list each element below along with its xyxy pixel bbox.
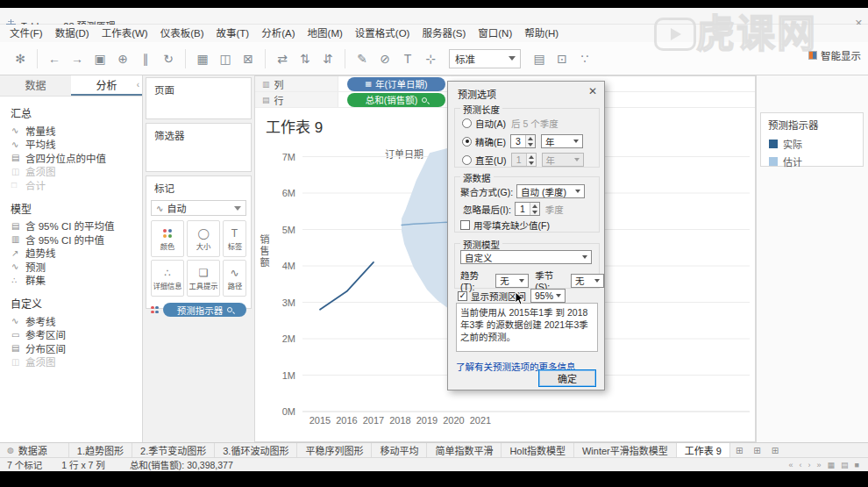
tableau-logo-icon[interactable]: ✻ xyxy=(9,48,32,69)
analytics-item-预测[interactable]: ∿预测 xyxy=(0,260,142,274)
columns-pill-year-order-date[interactable]: ▦ 年(订单日期) xyxy=(347,77,445,91)
analytics-item-含 95% CI 的中值[interactable]: ▥含 95% CI 的中值 xyxy=(0,233,142,247)
pane-tab-分析[interactable]: 分析 xyxy=(71,75,142,96)
sheet-tab-移动平均[interactable]: 移动平均 xyxy=(372,443,427,457)
duplicate-sheet-icon[interactable]: ◫ xyxy=(214,48,237,69)
show-labels-icon[interactable]: T xyxy=(396,48,419,69)
menu-故事(T)[interactable]: 故事(T) xyxy=(210,25,256,42)
menu-帮助(H)[interactable]: 帮助(H) xyxy=(518,25,565,42)
color-button[interactable]: 颜色 xyxy=(151,220,184,257)
menu-分析(A)[interactable]: 分析(A) xyxy=(255,25,301,42)
filters-shelf[interactable]: 筛选器 xyxy=(146,123,252,172)
next-sheet-icon[interactable]: › xyxy=(808,461,811,469)
analytics-item-群集[interactable]: ∴群集 xyxy=(0,274,142,288)
sheet-tab-简单指数平滑[interactable]: 简单指数平滑 xyxy=(427,443,502,457)
exact-unit-dropdown[interactable]: 年 xyxy=(541,134,583,148)
fit-dropdown[interactable]: 标准 xyxy=(449,49,521,68)
new-worksheet-icon[interactable]: ▦ xyxy=(191,48,214,69)
pages-shelf[interactable]: 页面 xyxy=(146,77,252,119)
sheet-tab-1.趋势图形[interactable]: 1.趋势图形 xyxy=(68,443,132,457)
save-icon[interactable]: ▣ xyxy=(89,48,111,69)
sheet-tab-工作表 9[interactable]: 工作表 9 xyxy=(677,443,730,457)
fill-zero-checkbox-row[interactable]: 用零填充缺少值(F) xyxy=(460,218,550,232)
forecast-indicator-pill[interactable]: 预测指示器 xyxy=(163,303,246,317)
pane-tab-数据[interactable]: 数据 xyxy=(0,75,71,96)
group-members-icon[interactable]: ⊘ xyxy=(374,48,396,69)
refresh-icon[interactable]: ↻ xyxy=(157,48,180,69)
checkbox-icon[interactable] xyxy=(460,220,470,230)
clear-sheet-icon[interactable]: ⊠ xyxy=(237,48,260,69)
analytics-item-参考区间[interactable]: ▭参考区间 xyxy=(0,328,142,342)
prev-sheet-icon[interactable]: ‹ xyxy=(800,461,802,469)
prediction-interval-row[interactable]: 显示预测区间 95% xyxy=(458,289,566,303)
radio-icon[interactable] xyxy=(462,137,472,147)
legend-item-估计[interactable]: 估计 xyxy=(761,153,863,170)
checkbox-icon[interactable] xyxy=(458,291,467,301)
menu-服务器(S)[interactable]: 服务器(S) xyxy=(416,25,472,42)
swap-rows-columns-icon[interactable]: ⇄ xyxy=(271,48,294,69)
highlight-icon[interactable]: ✎ xyxy=(351,48,374,69)
menu-数据(D)[interactable]: 数据(D) xyxy=(49,25,96,42)
mark-type-dropdown[interactable]: ∿ 自动 xyxy=(151,200,246,216)
analytics-item-含 95% CI 的平均值[interactable]: ▤含 95% CI 的平均值 xyxy=(0,219,142,233)
analytics-item-常量线[interactable]: ∿常量线 xyxy=(0,124,142,138)
sheet-tab-3.循环波动图形[interactable]: 3.循环波动图形 xyxy=(215,443,297,457)
forecast-indicator-legend[interactable]: 预测指示器 实际估计 xyxy=(760,112,864,167)
menu-文件(F)[interactable]: 文件(F) xyxy=(4,25,49,42)
analytics-item-参考线[interactable]: ∿参考线 xyxy=(0,314,142,328)
trend-dropdown[interactable]: 无 xyxy=(495,274,529,288)
menu-仪表板(B)[interactable]: 仪表板(B) xyxy=(154,25,210,42)
analytics-item-分布区间[interactable]: ▤分布区间 xyxy=(0,341,142,355)
pause-updates-icon[interactable]: ∥ xyxy=(134,48,157,69)
new-dashboard-icon[interactable]: ⊞ xyxy=(748,443,765,457)
analytics-item-平均线[interactable]: ∿平均线 xyxy=(0,138,142,152)
sheet-tab-Winter平滑指数模型[interactable]: Winter平滑指数模型 xyxy=(574,443,677,457)
sheet-tab-Holt指数模型[interactable]: Holt指数模型 xyxy=(502,443,574,457)
legend-item-实际[interactable]: 实际 xyxy=(761,135,863,153)
radio-until[interactable]: 直至(U) 1 年 xyxy=(462,153,584,167)
new-story-icon[interactable]: ⊞ xyxy=(766,443,784,457)
share-icon[interactable]: ∵ xyxy=(573,48,596,69)
fix-axes-icon[interactable]: ⊹ xyxy=(419,48,442,69)
radio-icon[interactable] xyxy=(462,118,472,128)
detail-button[interactable]: ∴详细信息 xyxy=(151,260,184,297)
ignore-last-spinner[interactable]: 1 xyxy=(515,202,540,216)
season-dropdown[interactable]: 无 xyxy=(571,274,604,288)
menu-窗口(N)[interactable]: 窗口(N) xyxy=(472,25,518,42)
rows-pill-sum-sales[interactable]: 总和(销售额) xyxy=(347,93,445,107)
redo-icon[interactable]: → xyxy=(66,48,89,69)
fullscreen-icon[interactable]: ■ xyxy=(855,461,859,469)
menu-设置格式(O)[interactable]: 设置格式(O) xyxy=(349,25,416,42)
spinner-arrows-icon[interactable] xyxy=(525,135,535,147)
ok-button[interactable]: 确定 xyxy=(538,369,596,387)
dialog-close-icon[interactable]: ✕ xyxy=(588,85,597,97)
datasource-tab[interactable]: ◍ 数据源 xyxy=(0,443,56,457)
interval-dropdown[interactable]: 95% xyxy=(530,289,566,303)
radio-icon[interactable] xyxy=(462,155,472,165)
add-datasource-icon[interactable]: ⊕ xyxy=(111,48,134,69)
show-me-button[interactable]: 智能显示 xyxy=(808,48,861,62)
last-sheet-icon[interactable]: » xyxy=(817,461,822,469)
sort-ascending-icon[interactable]: ⇅ xyxy=(294,48,317,69)
path-button[interactable]: ∿路径 xyxy=(223,260,246,297)
spinner-arrows-icon[interactable] xyxy=(530,203,539,215)
new-worksheet-icon[interactable]: ⊞ xyxy=(730,443,748,457)
undo-icon[interactable]: ← xyxy=(43,48,66,69)
show-cards-icon[interactable]: ▤ xyxy=(528,48,551,69)
collapse-pane-icon[interactable]: ‹ xyxy=(137,80,139,90)
radio-auto[interactable]: 自动(A) 后 5 个季度 xyxy=(462,117,559,130)
sheet-tab-平稳序列图形[interactable]: 平稳序列图形 xyxy=(297,443,372,457)
menu-地图(M)[interactable]: 地图(M) xyxy=(302,25,349,42)
confidence-band[interactable] xyxy=(402,147,450,310)
exact-value-spinner[interactable]: 3 xyxy=(510,134,536,148)
size-button[interactable]: ◯大小 xyxy=(187,220,220,257)
tooltip-button[interactable]: ❏工具提示 xyxy=(187,260,220,297)
label-button[interactable]: T标签 xyxy=(223,220,246,257)
sheet-sorter-icon[interactable]: ▦ xyxy=(828,461,836,469)
presentation-mode-icon[interactable]: ⊡ xyxy=(551,48,573,69)
first-sheet-icon[interactable]: « xyxy=(789,461,793,469)
model-dropdown[interactable]: 自定义 xyxy=(460,250,592,264)
analytics-item-含四分位点的中值[interactable]: ▤含四分位点的中值 xyxy=(0,151,142,165)
sheet-tab-2.季节变动图形[interactable]: 2.季节变动图形 xyxy=(132,443,215,457)
radio-exact[interactable]: 精确(E) 3 年 xyxy=(462,134,583,148)
